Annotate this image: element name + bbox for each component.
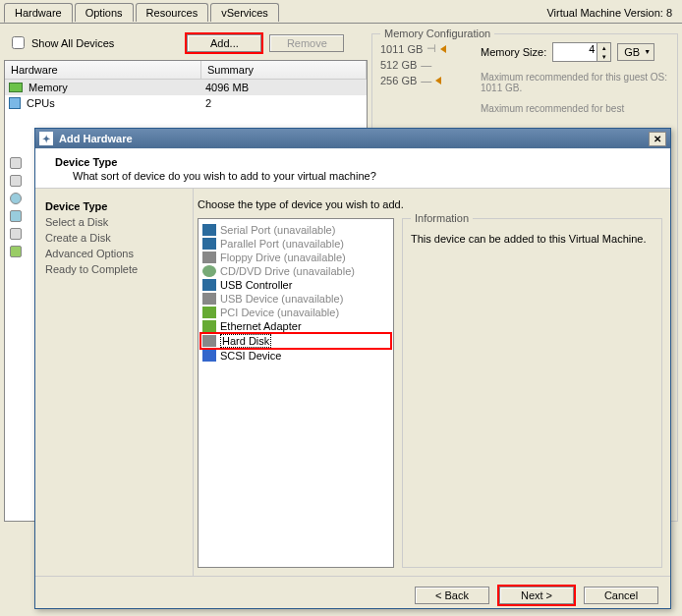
- memconf-legend: Memory Configuration: [380, 28, 494, 39]
- mem-max-rec: Maximum recommended for this guest OS: 1…: [481, 72, 671, 93]
- arrow-left-icon: [435, 77, 441, 84]
- network-icon: [10, 210, 22, 222]
- tab-options[interactable]: Options: [75, 3, 134, 22]
- cd-icon: [202, 265, 216, 277]
- device-type-floppy: Floppy Drive (unavailable): [200, 251, 391, 264]
- step-create-disk: Create a Disk: [45, 230, 183, 246]
- device-icon: [10, 175, 22, 187]
- add-hardware-dialog: ✦ Add Hardware ✕ Device Type What sort o…: [34, 128, 671, 609]
- floppy-icon: [202, 252, 216, 263]
- mem-tick-1011: 1011 GB: [380, 43, 423, 55]
- dialog-title: Add Hardware: [59, 133, 133, 144]
- mem-tick-256: 256 GB: [380, 75, 417, 86]
- usbdev-icon: [202, 293, 216, 305]
- memory-size-label: Memory Size:: [481, 46, 546, 58]
- spin-up-icon[interactable]: ▲: [597, 43, 610, 52]
- step-ready: Ready to Complete: [45, 261, 183, 277]
- add-button[interactable]: Add...: [187, 34, 261, 52]
- information-group: Information This device can be added to …: [402, 218, 662, 568]
- hw-row-memory[interactable]: Memory 4096 MB: [5, 80, 367, 95]
- mem-best-rec: Maximum recommended for best: [481, 103, 671, 114]
- device-icon: [10, 157, 22, 169]
- hardware-col-header[interactable]: Hardware: [5, 61, 201, 79]
- usb-icon: [202, 279, 216, 291]
- memory-size-input[interactable]: 4 ▲▼: [552, 42, 611, 62]
- vm-version: Virtual Machine Version: 8: [546, 7, 678, 19]
- information-text: This device can be added to this Virtual…: [411, 233, 654, 245]
- show-all-devices-checkbox[interactable]: [12, 36, 25, 49]
- tab-hardware[interactable]: Hardware: [4, 3, 73, 23]
- device-type-serial: Serial Port (unavailable): [200, 223, 391, 237]
- storage-icon: [10, 228, 22, 240]
- hdd-icon: [202, 335, 216, 347]
- device-type-cd: CD/DVD Drive (unavailable): [200, 264, 391, 278]
- parallel-icon: [202, 238, 216, 250]
- device-type-parallel: Parallel Port (unavailable): [200, 237, 391, 251]
- device-type-usbdev: USB Device (unavailable): [200, 292, 391, 306]
- show-all-devices-label: Show All Devices: [31, 37, 114, 49]
- pci-icon: [202, 307, 216, 318]
- step-device-type[interactable]: Device Type: [45, 198, 183, 214]
- hw-row-cpus[interactable]: CPUs 2: [5, 95, 367, 111]
- tab-vservices[interactable]: vServices: [210, 3, 279, 22]
- cancel-button[interactable]: Cancel: [584, 587, 658, 604]
- memory-icon: [9, 83, 23, 92]
- cpu-icon: [9, 97, 21, 109]
- remove-button: Remove: [269, 34, 344, 52]
- eth-icon: [202, 320, 216, 332]
- back-button[interactable]: < Back: [415, 587, 489, 604]
- serial-icon: [202, 224, 216, 236]
- dialog-icon: ✦: [39, 132, 53, 145]
- information-legend: Information: [411, 212, 473, 224]
- device-type-scsi[interactable]: SCSI Device: [200, 349, 391, 363]
- dialog-titlebar[interactable]: ✦ Add Hardware ✕: [35, 129, 670, 148]
- mem-tick-512: 512 GB: [380, 59, 417, 71]
- device-type-question: What sort of device do you wish to add t…: [73, 170, 656, 182]
- device-type-hdd[interactable]: Hard Disk: [200, 333, 391, 349]
- device-type-eth[interactable]: Ethernet Adapter: [200, 319, 391, 333]
- next-button[interactable]: Next >: [499, 587, 574, 604]
- choose-type-prompt: Choose the type of device you wish to ad…: [198, 198, 662, 210]
- step-advanced: Advanced Options: [45, 246, 183, 261]
- device-type-list[interactable]: Serial Port (unavailable)Parallel Port (…: [198, 218, 394, 568]
- device-type-usb[interactable]: USB Controller: [200, 278, 391, 292]
- arrow-left-icon: [440, 45, 446, 53]
- tab-resources[interactable]: Resources: [136, 3, 209, 22]
- cd-icon: [10, 193, 22, 204]
- device-type-heading: Device Type: [55, 156, 656, 168]
- spin-down-icon[interactable]: ▼: [597, 52, 610, 61]
- summary-col-header[interactable]: Summary: [201, 61, 367, 79]
- wizard-steps: Device Type Select a Disk Create a Disk …: [35, 189, 193, 576]
- device-type-pci: PCI Device (unavailable): [200, 306, 391, 319]
- scsi-icon: [202, 350, 216, 362]
- step-select-disk: Select a Disk: [45, 214, 183, 230]
- close-icon[interactable]: ✕: [649, 132, 666, 146]
- sidebar-icons: [10, 157, 28, 257]
- pci-icon: [10, 246, 22, 257]
- tab-bar: Hardware Options Resources vServices Vir…: [0, 0, 682, 24]
- memory-unit-select[interactable]: GB: [617, 43, 654, 61]
